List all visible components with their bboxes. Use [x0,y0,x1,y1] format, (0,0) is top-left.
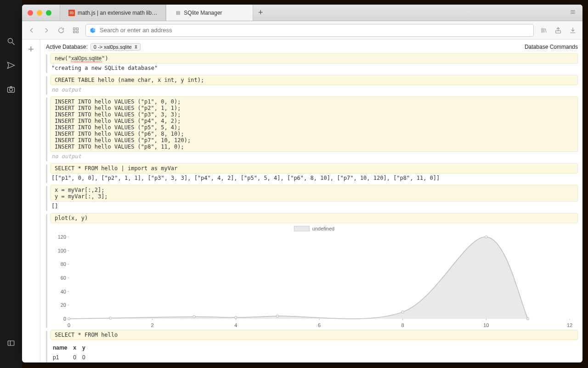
notebook-cell: x = myVar[:,2]; y = myVar[:, 3];[] [45,185,578,212]
svg-line-16 [545,29,546,33]
notebook-cell: SELECT * FROM hellonamexyp100p211p333 [45,330,578,362]
svg-text:8: 8 [401,322,404,328]
search-icon[interactable] [6,37,16,48]
cell-output: no output [51,85,578,96]
svg-rect-4 [8,341,14,345]
cell-input[interactable]: SELECT * FROM hello [51,330,578,340]
table-row: p100 [51,352,90,362]
svg-point-3 [10,88,13,92]
svg-text:20: 20 [61,302,66,308]
close-window-button[interactable] [28,10,33,16]
svg-text:2: 2 [151,322,154,328]
apps-icon[interactable] [71,25,81,35]
back-button[interactable] [27,25,37,35]
tab-title: math.js | an extensive math lib… [78,10,157,16]
svg-point-53 [485,236,487,238]
cell-output: "creating a new SQLite database" [51,63,578,74]
database-commands-link[interactable]: Database Commands [525,44,578,50]
svg-point-52 [401,311,404,313]
add-cell-gutter[interactable]: + [22,40,40,362]
svg-point-48 [109,317,112,319]
tab-favicon: ▤ [175,10,181,16]
svg-point-54 [527,318,529,320]
svg-text:10: 10 [483,322,489,328]
notebook-cell: new("xal0ps.sqlite")"creating a new SQLi… [45,53,578,74]
notebook-cell: INSERT INTO hello VALUES ("p1", 0, 0); I… [45,97,578,162]
overflow-menu-icon[interactable] [563,9,582,17]
notebook-cell: CREATE TABLE hello (name char, x int, y … [45,75,578,96]
svg-text:100: 100 [58,248,66,253]
svg-line-1 [12,43,15,45]
svg-rect-11 [74,31,75,33]
notebook-cell: plot(x, y)020406080100120024681012undefi… [45,213,578,329]
address-bar[interactable] [85,24,534,37]
browser-window: mmath.js | an extensive math lib…▤SQlite… [22,5,582,362]
svg-rect-10 [76,28,78,29]
os-sidebar [0,0,22,368]
tab-title: SQlite Manager [184,10,222,16]
table-header: y [81,343,90,352]
library-icon[interactable] [538,25,548,35]
camera-icon[interactable] [6,85,16,96]
cell-input[interactable]: new("xal0ps.sqlite") [51,53,578,63]
cell-output: no output [51,152,578,162]
site-identity-icon [90,27,96,34]
new-tab-button[interactable]: + [253,8,268,17]
plot-output: 020406080100120024681012undefined [51,223,578,329]
notebook-cell: SELECT * FROM hello | import as myVar[["… [45,163,578,184]
svg-text:40: 40 [61,289,66,294]
cell-input[interactable]: SELECT * FROM hello | import as myVar [51,163,578,173]
download-icon[interactable] [568,25,578,35]
svg-text:0: 0 [63,316,66,322]
browser-tab[interactable]: ▤SQlite Manager [166,5,253,21]
svg-rect-12 [76,31,78,33]
svg-text:0: 0 [68,322,70,328]
address-input[interactable] [100,27,530,34]
notebook-main: Active Database: 0 -> xal0ps.sqlite Data… [40,40,582,362]
minimize-window-button[interactable] [37,10,42,16]
browser-tab[interactable]: mmath.js | an extensive math lib… [60,5,166,21]
svg-text:60: 60 [61,275,66,281]
svg-text:12: 12 [567,322,572,328]
legend-label: undefined [312,226,334,231]
cell-input[interactable]: CREATE TABLE hello (name char, x int, y … [51,75,578,85]
result-table: namexyp100p211p333 [51,343,90,362]
titlebar: mmath.js | an extensive math lib…▤SQlite… [22,5,582,21]
forward-button[interactable] [41,25,51,35]
cell-output: namexyp100p211p333 [51,340,578,362]
cell-output: [] [51,201,578,212]
tab-favicon: m [68,10,75,16]
svg-point-0 [8,38,12,43]
reload-button[interactable] [56,25,66,35]
nav-toolbar [22,21,582,40]
svg-point-51 [277,315,279,317]
cell-input[interactable]: INSERT INTO hello VALUES ("p1", 0, 0); I… [51,97,578,152]
cell-input[interactable]: x = myVar[:,2]; y = myVar[:, 3]; [51,185,578,201]
table-header: name [51,343,72,352]
send-icon[interactable] [6,61,16,72]
active-db-label: Active Database: [46,44,88,50]
svg-rect-9 [74,28,75,29]
legend-swatch [294,226,310,231]
active-db-select[interactable]: 0 -> xal0ps.sqlite [90,43,141,51]
svg-text:120: 120 [58,234,66,240]
svg-point-50 [235,316,237,319]
svg-point-47 [68,318,70,320]
share-icon[interactable] [553,25,563,35]
cell-input[interactable]: plot(x, y) [51,213,578,223]
svg-text:80: 80 [61,261,66,267]
table-header: x [72,343,81,352]
plot-legend: undefined [294,226,334,231]
cell-output: [["p1", 0, 0], ["p2", 1, 1], ["p3", 3, 3… [51,173,578,184]
svg-text:6: 6 [318,322,321,328]
content-area: + Active Database: 0 -> xal0ps.sqlite Da… [22,40,582,362]
svg-point-49 [193,316,195,318]
maximize-window-button[interactable] [46,10,51,16]
svg-text:4: 4 [234,322,237,328]
panel-icon[interactable] [6,339,16,350]
